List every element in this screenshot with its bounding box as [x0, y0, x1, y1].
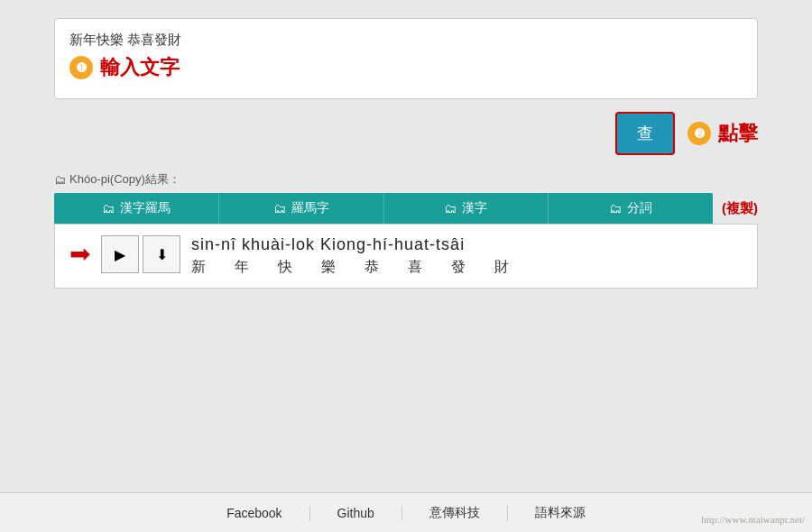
input-value: 新年快樂 恭喜發財 — [69, 32, 743, 49]
audio-download-group: ▶ ⬇ — [101, 235, 180, 273]
tab-label-2: 羅馬字 — [291, 200, 329, 216]
chinese-spaced-text: 新 年 快 樂 恭 喜 發 財 — [191, 258, 516, 277]
tab-icon-3: 🗂 — [444, 201, 457, 216]
copy-icon: 🗂 — [54, 173, 66, 187]
input-container: 新年快樂 恭喜發財 ❶ 輸入文字 — [54, 18, 758, 99]
search-button[interactable]: 查 — [615, 112, 675, 155]
footer-link-yichuan[interactable]: 意傳科技 — [402, 505, 508, 521]
tab-icon-2: 🗂 — [273, 201, 286, 216]
romanization-text: sin-nî khuài-lok Kiong-hí-huat-tsâi — [191, 235, 516, 254]
tab-label-3: 漢字 — [462, 200, 487, 216]
footer-link-corpus[interactable]: 語料來源 — [508, 505, 613, 521]
tab-hanziloma[interactable]: 🗂 漢字羅馬 — [54, 193, 219, 224]
step2-row: ❷ 點擊 — [687, 120, 758, 147]
result-area: 🗂 Khóo-pi(Copy)結果： 🗂 漢字羅馬 🗂 羅馬字 🗂 漢字 — [54, 171, 758, 289]
tab-icon-1: 🗂 — [102, 201, 115, 216]
footer-link-facebook[interactable]: Facebook — [199, 506, 309, 520]
result-text-block: sin-nî khuài-lok Kiong-hí-huat-tsâi 新 年 … — [191, 235, 516, 277]
tab-fenci[interactable]: 🗂 分詞 — [549, 193, 713, 224]
step1-circle: ❶ — [69, 56, 93, 79]
copy-header-text: Khóo-pi(Copy)結果： — [69, 171, 180, 188]
play-button[interactable]: ▶ — [101, 235, 139, 273]
step1-label: 輸入文字 — [100, 54, 180, 81]
tab-icon-4: 🗂 — [609, 201, 622, 216]
step2-circle: ❷ — [687, 122, 711, 145]
copy-result-label: (複製) — [722, 200, 758, 217]
copy-tabs: 🗂 漢字羅馬 🗂 羅馬字 🗂 漢字 🗂 分詞 — [54, 193, 713, 224]
footer: Facebook Github 意傳科技 語料來源 — [0, 492, 812, 532]
step2-label: 點擊 — [718, 120, 758, 147]
tab-label-4: 分詞 — [627, 200, 652, 216]
tab-hanzi[interactable]: 🗂 漢字 — [384, 193, 549, 224]
search-row: 查 ❷ 點擊 — [54, 112, 758, 155]
tabs-copy-row: 🗂 漢字羅馬 🗂 羅馬字 🗂 漢字 🗂 分詞 — [54, 193, 758, 224]
arrow-icon: ➡ — [69, 239, 90, 269]
result-body: ➡ ▶ ⬇ sin-nî khuài-lok Kiong-hí-huat-tsâ… — [54, 224, 758, 289]
copy-header: 🗂 Khóo-pi(Copy)結果： — [54, 171, 758, 188]
tab-loma[interactable]: 🗂 羅馬字 — [219, 193, 384, 224]
copy-tabs-bar: 🗂 漢字羅馬 🗂 羅馬字 🗂 漢字 🗂 分詞 — [54, 193, 713, 224]
tab-label-1: 漢字羅馬 — [120, 200, 171, 216]
download-button[interactable]: ⬇ — [143, 235, 180, 273]
watermark: http://www.ntaiwanpr.net/ — [701, 514, 805, 525]
footer-link-github[interactable]: Github — [310, 506, 402, 520]
